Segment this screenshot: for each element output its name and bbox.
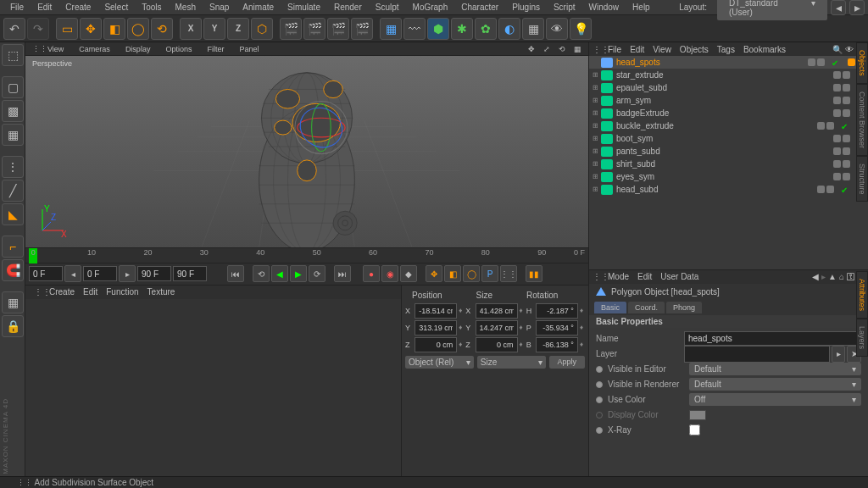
key-pla-button[interactable]: ⋮⋮ (500, 265, 517, 282)
key-param-button[interactable]: P (481, 265, 498, 282)
expand-icon[interactable]: ⊞ (593, 186, 601, 193)
lock-workplane-button[interactable]: 🔒 (2, 315, 24, 337)
coord-mode-dropdown[interactable]: Object (Rel)▾ (405, 356, 474, 369)
vis-editor-dot[interactable] (833, 135, 841, 142)
layer-picker-icon[interactable]: ▸ (832, 346, 846, 363)
lock-y-button[interactable]: Y (203, 18, 225, 40)
rot-h-field[interactable] (536, 303, 578, 319)
make-editable-button[interactable]: ⬚ (2, 44, 24, 66)
object-row-head_subd[interactable]: ⊞ head_subd ✔ (589, 183, 868, 196)
timeline[interactable]: 0 10 20 30 40 50 60 70 80 90 0 F (25, 247, 588, 263)
menu-mesh[interactable]: Mesh (169, 1, 203, 14)
attr-name-field[interactable] (684, 331, 861, 346)
side-tab-objects[interactable]: Objects (856, 42, 868, 84)
vis-editor-dot[interactable] (833, 160, 841, 168)
menu-animate[interactable]: Animate (236, 1, 281, 14)
vis-editor-dot[interactable] (817, 186, 825, 193)
menu-tools[interactable]: Tools (135, 1, 168, 14)
xray-radio[interactable] (596, 427, 603, 434)
vis-editor-dot[interactable] (833, 97, 841, 104)
object-row-pants_subd[interactable]: ⊞ pants_subd ✔ (589, 145, 868, 158)
menu-character[interactable]: Character (454, 1, 505, 14)
search-icon[interactable]: 🔍 (832, 45, 843, 54)
lock-z-button[interactable]: Z (227, 18, 249, 40)
obj-objects[interactable]: Objects (680, 45, 709, 54)
goto-start-button[interactable]: ⏮ (227, 265, 244, 282)
size-y-field[interactable] (476, 320, 518, 336)
move-tool[interactable]: ✥ (80, 18, 102, 40)
object-row-boot_sym[interactable]: ⊞ boot_sym ✔ (589, 132, 868, 145)
key-pos-button[interactable]: ✥ (426, 265, 442, 282)
scale-tool[interactable]: ◧ (103, 18, 125, 40)
attr-mode[interactable]: Mode (608, 272, 629, 281)
texture-mode-button[interactable]: ▩ (2, 100, 24, 122)
workplane-mode-button[interactable]: ▦ (2, 124, 24, 146)
object-row-star_extrude[interactable]: ⊞ star_extrude ✔ (589, 69, 868, 81)
range-next-icon[interactable]: ▸ (119, 265, 136, 282)
camera-button[interactable]: ▦ (522, 18, 544, 40)
nav-back-icon[interactable]: ◀ (812, 272, 819, 281)
menu-snap[interactable]: Snap (203, 1, 236, 14)
side-tab-attributes[interactable]: Attributes (856, 271, 868, 319)
attr-layer-field[interactable] (684, 346, 830, 363)
rotate-tool[interactable]: ◯ (127, 18, 149, 40)
object-row-epaulet_subd[interactable]: ⊞ epaulet_subd ✔ (589, 81, 868, 94)
render-region-button[interactable]: 🎬 (303, 18, 326, 40)
side-tab-structure[interactable]: Structure (856, 156, 868, 202)
project-end-field[interactable] (173, 266, 207, 281)
vis-render-dot[interactable] (843, 97, 850, 104)
undo-button[interactable]: ↶ (3, 18, 25, 40)
menu-help[interactable]: Help (626, 1, 657, 14)
current-frame-field[interactable] (83, 266, 117, 281)
object-row-buckle_extrude[interactable]: ⊞ buckle_extrude ✔ (589, 119, 868, 132)
layout-prev-icon[interactable]: ◂ (831, 0, 846, 15)
environment-button[interactable]: ◐ (498, 18, 520, 40)
mat-edit[interactable]: Edit (83, 287, 97, 297)
expand-icon[interactable]: ⊞ (593, 147, 601, 155)
vp-cameras[interactable]: Cameras (75, 44, 114, 54)
expand-icon[interactable]: ⊞ (593, 97, 601, 104)
expand-icon[interactable]: ⊞ (593, 160, 601, 168)
eye-icon[interactable]: 👁 (845, 45, 854, 54)
play-back-button[interactable]: ◀ (271, 265, 288, 282)
bulb-button[interactable]: 💡 (570, 18, 592, 40)
key-rot-button[interactable]: ◯ (463, 265, 480, 282)
vp-options[interactable]: Options (162, 44, 195, 54)
mat-function[interactable]: Function (106, 287, 138, 297)
vis-render-dot[interactable] (843, 173, 850, 180)
range-prev-icon[interactable]: ◂ (64, 265, 81, 282)
nav-up-icon[interactable]: ▲ (828, 272, 837, 281)
attr-tab-phong[interactable]: Phong (666, 302, 702, 313)
coord-size-dropdown[interactable]: Size▾ (477, 356, 546, 369)
mat-texture[interactable]: Texture (147, 287, 175, 297)
vis-editor-dot[interactable] (833, 147, 841, 155)
vis-editor-radio[interactable] (596, 366, 603, 373)
keyframe-sel-button[interactable]: ◆ (400, 265, 417, 282)
layout-next-icon[interactable]: ▸ (849, 0, 865, 15)
model-mode-button[interactable]: ▢ (2, 76, 24, 98)
nav-fwd-icon[interactable]: ▸ (821, 272, 826, 281)
pos-y-field[interactable] (415, 320, 457, 336)
play-button[interactable]: ▶ (290, 265, 307, 282)
attr-userdata[interactable]: User Data (660, 272, 698, 281)
side-tab-layers[interactable]: Layers (856, 319, 868, 357)
select-tool[interactable]: ▭ (56, 18, 78, 40)
coord-apply-button[interactable]: Apply (549, 356, 586, 369)
next-key-button[interactable]: ⟳ (309, 265, 326, 282)
obj-file[interactable]: File (608, 45, 621, 54)
redo-button[interactable]: ↷ (27, 18, 49, 40)
nav-home-icon[interactable]: ⌂ (839, 272, 844, 281)
axis-mode-button[interactable]: ⌐ (2, 236, 24, 258)
vp-view[interactable]: View (44, 44, 67, 54)
record-button[interactable]: ● (363, 265, 380, 282)
menu-create[interactable]: Create (58, 1, 97, 14)
enable-check-icon[interactable]: ✔ (832, 58, 839, 66)
menu-select[interactable]: Select (97, 1, 135, 14)
menu-mograph[interactable]: MoGraph (406, 1, 455, 14)
expand-icon[interactable]: ⊞ (593, 135, 601, 142)
prev-key-button[interactable]: ⟲ (253, 265, 270, 282)
pos-z-field[interactable] (415, 337, 457, 352)
vis-render-dot[interactable] (843, 135, 850, 142)
vp-nav4-icon[interactable]: ▦ (570, 44, 585, 54)
range-start-field[interactable] (29, 266, 63, 281)
